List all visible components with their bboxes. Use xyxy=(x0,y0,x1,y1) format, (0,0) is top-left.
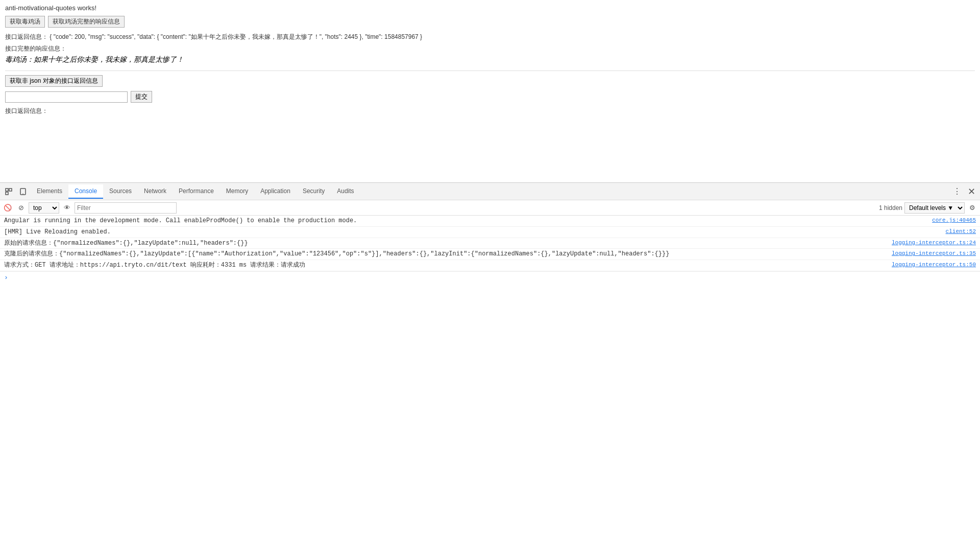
console-line-2: 原始的请求信息：{"normalizedNames":{},"lazyUpdat… xyxy=(0,238,980,249)
svg-rect-2 xyxy=(6,192,8,195)
hidden-count-badge: 1 hidden xyxy=(879,204,902,212)
console-filter-button[interactable]: ⊘ xyxy=(15,202,27,214)
quote-text: 毒鸡汤：如果十年之后你未娶，我未嫁，那真是太惨了！ xyxy=(5,55,975,64)
console-text-2: 原始的请求信息：{"normalizedNames":{},"lazyUpdat… xyxy=(4,239,888,248)
devtools-more-button[interactable]: ⋮ xyxy=(950,185,964,198)
response-info-1: 接口返回信息： { "code": 200, "msg": "success",… xyxy=(5,33,975,41)
console-text-0: Angular is running in the development mo… xyxy=(4,217,928,225)
divider-1 xyxy=(5,71,975,71)
response-label-2: 接口返回信息： xyxy=(5,107,975,115)
text-input[interactable] xyxy=(5,91,128,103)
console-source-4[interactable]: logging-interceptor.ts:50 xyxy=(892,261,976,269)
console-level-select[interactable]: Default levels ▼ xyxy=(904,202,965,214)
console-source-0[interactable]: core.js:40465 xyxy=(932,217,976,224)
console-clear-button[interactable]: 🚫 xyxy=(2,202,13,214)
console-output: Angular is running in the development mo… xyxy=(0,216,980,540)
console-source-1[interactable]: client:52 xyxy=(946,228,976,236)
svg-point-4 xyxy=(22,193,23,194)
page-title: anti-motivational-quotes works! xyxy=(5,4,975,12)
tab-network[interactable]: Network xyxy=(138,184,173,199)
svg-rect-1 xyxy=(9,189,12,191)
get-non-json-button[interactable]: 获取非 json 对象的接口返回信息 xyxy=(5,75,103,87)
console-line-4: 请求方式：GET 请求地址：https://api.tryto.cn/dit/t… xyxy=(0,260,980,271)
console-line-3: 克隆后的请求信息：{"normalizedNames":{},"lazyUpda… xyxy=(0,249,980,260)
console-prompt-arrow: › xyxy=(4,274,8,281)
console-toolbar: 🚫 ⊘ top 👁 1 hidden Default levels ▼ ⚙ xyxy=(0,200,980,216)
console-text-3: 克隆后的请求信息：{"normalizedNames":{},"lazyUpda… xyxy=(4,250,888,259)
console-context-select[interactable]: top xyxy=(29,202,59,214)
console-source-2[interactable]: logging-interceptor.ts:24 xyxy=(892,239,976,247)
console-line-0: Angular is running in the development mo… xyxy=(0,216,980,227)
tab-sources[interactable]: Sources xyxy=(103,184,138,199)
tab-audits[interactable]: Audits xyxy=(331,184,360,199)
btn-row-1: 获取毒鸡汤 获取鸡汤完整的响应信息 xyxy=(5,16,975,28)
tab-application[interactable]: Application xyxy=(254,184,297,199)
console-prompt: › xyxy=(0,271,980,284)
console-filter-input[interactable] xyxy=(75,202,177,214)
console-text-4: 请求方式：GET 请求地址：https://api.tryto.cn/dit/t… xyxy=(4,261,888,270)
tab-memory[interactable]: Memory xyxy=(220,184,254,199)
tab-performance[interactable]: Performance xyxy=(173,184,220,199)
svg-rect-0 xyxy=(6,189,8,191)
get-quote-button[interactable]: 获取毒鸡汤 xyxy=(5,16,45,28)
console-eye-button[interactable]: 👁 xyxy=(61,202,72,214)
console-text-1: [HMR] Live Reloading enabled. xyxy=(4,228,942,237)
tab-security[interactable]: Security xyxy=(297,184,331,199)
console-source-3[interactable]: logging-interceptor.ts:35 xyxy=(892,250,976,257)
devtools-close-button[interactable]: ✕ xyxy=(965,185,978,198)
tab-elements[interactable]: Elements xyxy=(31,184,68,199)
tab-console[interactable]: Console xyxy=(68,184,103,199)
devtools-inspect-button[interactable] xyxy=(2,185,15,198)
get-full-response-button[interactable]: 获取鸡汤完整的响应信息 xyxy=(48,16,125,28)
submit-button[interactable]: 提交 xyxy=(131,91,152,103)
devtools-panel: Elements Console Sources Network Perform… xyxy=(0,182,980,540)
input-row: 提交 xyxy=(5,91,975,103)
console-input[interactable] xyxy=(11,274,976,281)
devtools-tab-bar: Elements Console Sources Network Perform… xyxy=(0,183,980,200)
devtools-device-button[interactable] xyxy=(16,185,30,198)
full-response-label: 接口完整的响应信息： xyxy=(5,44,975,53)
console-settings-button[interactable]: ⚙ xyxy=(967,202,978,214)
response-prefix-1: 接口返回信息： xyxy=(5,33,48,40)
devtools-tabs: Elements Console Sources Network Perform… xyxy=(31,184,360,199)
main-page: anti-motivational-quotes works! 获取毒鸡汤 获取… xyxy=(0,0,980,184)
console-line-1: [HMR] Live Reloading enabled. client:52 xyxy=(0,227,980,238)
response-json: { "code": 200, "msg": "success", "data":… xyxy=(50,33,422,40)
